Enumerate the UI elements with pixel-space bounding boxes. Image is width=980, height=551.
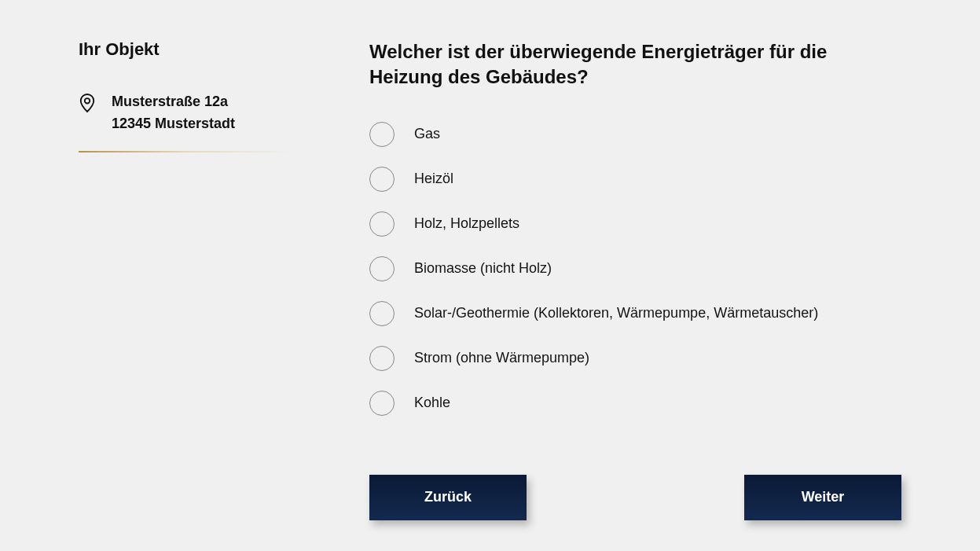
location-pin-icon — [79, 91, 96, 135]
sidebar: Ihr Objekt Musterstraße 12a 12345 Muster… — [79, 39, 291, 520]
next-button[interactable]: Weiter — [744, 475, 901, 520]
option-label: Kohle — [414, 395, 450, 411]
address-text: Musterstraße 12a 12345 Musterstadt — [112, 91, 235, 135]
option-label: Solar-/Geothermie (Kollektoren, Wärmepum… — [414, 305, 818, 321]
question-heading: Welcher ist der überwiegende Energieträg… — [369, 39, 901, 90]
option-label: Gas — [414, 126, 440, 142]
nav-buttons: Zurück Weiter — [369, 475, 901, 520]
option-gas[interactable]: Gas — [369, 122, 901, 147]
back-button[interactable]: Zurück — [369, 475, 527, 520]
sidebar-title: Ihr Objekt — [79, 39, 291, 60]
radio-icon — [369, 211, 395, 237]
option-strom[interactable]: Strom (ohne Wärmepumpe) — [369, 346, 901, 371]
option-label: Strom (ohne Wärmepumpe) — [414, 350, 589, 366]
option-biomasse[interactable]: Biomasse (nicht Holz) — [369, 256, 901, 281]
svg-point-0 — [85, 98, 90, 103]
option-label: Holz, Holzpellets — [414, 215, 519, 232]
option-label: Biomasse (nicht Holz) — [414, 260, 552, 277]
radio-icon — [369, 391, 395, 416]
options-list: Gas Heizöl Holz, Holzpellets Biomasse (n… — [369, 122, 901, 416]
form-container: Ihr Objekt Musterstraße 12a 12345 Muster… — [0, 0, 980, 551]
option-holz[interactable]: Holz, Holzpellets — [369, 211, 901, 237]
main-content: Welcher ist der überwiegende Energieträg… — [369, 39, 901, 520]
radio-icon — [369, 301, 395, 326]
radio-icon — [369, 167, 395, 192]
option-kohle[interactable]: Kohle — [369, 391, 901, 416]
option-label: Heizöl — [414, 171, 453, 187]
address-block: Musterstraße 12a 12345 Musterstadt — [79, 91, 291, 152]
option-heizoel[interactable]: Heizöl — [369, 167, 901, 192]
radio-icon — [369, 122, 395, 147]
address-line-1: Musterstraße 12a — [112, 91, 235, 113]
option-solar-geothermie[interactable]: Solar-/Geothermie (Kollektoren, Wärmepum… — [369, 301, 901, 326]
address-line-2: 12345 Musterstadt — [112, 113, 235, 135]
radio-icon — [369, 346, 395, 371]
radio-icon — [369, 256, 395, 281]
